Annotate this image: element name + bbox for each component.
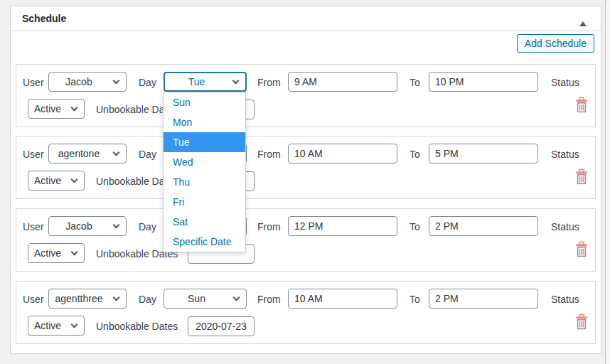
trash-icon bbox=[574, 314, 589, 330]
to-label: To bbox=[410, 144, 420, 164]
trash-icon bbox=[574, 97, 589, 113]
delete-schedule-button[interactable] bbox=[573, 241, 590, 259]
from-label: From bbox=[257, 73, 281, 92]
day-select[interactable]: Sun bbox=[164, 289, 247, 309]
schedule-row: User agentthree Day Sun From To Status A… bbox=[16, 281, 596, 344]
day-label: Day bbox=[139, 217, 156, 237]
schedule-row: User Jacob Day Tue From To Status Active… bbox=[16, 64, 596, 127]
status-select[interactable]: Active bbox=[28, 171, 85, 191]
user-select[interactable]: Jacob bbox=[48, 72, 127, 92]
to-label: To bbox=[410, 289, 420, 309]
day-option-wed[interactable]: Wed bbox=[164, 152, 245, 172]
to-time-input[interactable] bbox=[429, 72, 538, 92]
day-label: Day bbox=[139, 289, 156, 309]
user-label: User bbox=[23, 73, 44, 92]
status-select[interactable]: Active bbox=[28, 316, 85, 336]
day-option-tue[interactable]: Tue bbox=[164, 132, 245, 152]
from-label: From bbox=[257, 217, 281, 237]
day-label: Day bbox=[139, 144, 156, 164]
screen-edge-gutter bbox=[606, 0, 610, 364]
delete-schedule-button[interactable] bbox=[573, 168, 590, 187]
status-label: Status bbox=[551, 217, 579, 237]
day-option-fri[interactable]: Fri bbox=[164, 192, 245, 212]
schedule-panel: Schedule Add Schedule User Jacob Day Tue… bbox=[10, 6, 601, 354]
add-schedule-button[interactable]: Add Schedule bbox=[517, 34, 594, 53]
trash-icon bbox=[574, 168, 589, 185]
delete-schedule-button[interactable] bbox=[573, 314, 590, 332]
panel-title: Schedule bbox=[22, 6, 66, 31]
from-time-input[interactable] bbox=[288, 289, 397, 309]
day-select[interactable]: Tue bbox=[164, 72, 247, 92]
day-option-sat[interactable]: Sat bbox=[164, 212, 245, 232]
to-time-input[interactable] bbox=[429, 216, 538, 236]
collapse-panel-button[interactable] bbox=[573, 6, 593, 31]
from-label: From bbox=[257, 144, 281, 164]
user-label: User bbox=[23, 289, 44, 309]
status-label: Status bbox=[551, 73, 579, 92]
trash-icon bbox=[574, 241, 589, 257]
chevron-up-icon bbox=[579, 21, 587, 26]
user-select[interactable]: agentthree bbox=[48, 289, 127, 309]
status-label: Status bbox=[551, 289, 579, 309]
day-label: Day bbox=[139, 73, 156, 92]
to-label: To bbox=[410, 217, 420, 237]
schedule-row: User Jacob Day From To Status Active Unb… bbox=[16, 208, 596, 272]
unbookable-date-input[interactable] bbox=[188, 316, 255, 336]
schedule-row: User agentone Day From To Status Active … bbox=[16, 136, 596, 199]
to-label: To bbox=[410, 73, 420, 92]
from-label: From bbox=[257, 289, 281, 309]
day-option-thu[interactable]: Thu bbox=[164, 172, 245, 192]
panel-header: Schedule bbox=[11, 6, 601, 31]
delete-schedule-button[interactable] bbox=[573, 97, 590, 115]
to-time-input[interactable] bbox=[429, 289, 538, 309]
status-label: Status bbox=[551, 144, 579, 164]
to-time-input[interactable] bbox=[429, 144, 538, 164]
user-label: User bbox=[23, 144, 44, 164]
user-select[interactable]: agentone bbox=[48, 144, 127, 164]
day-option-specific-date[interactable]: Specific Date bbox=[164, 232, 245, 252]
from-time-input[interactable] bbox=[288, 144, 397, 164]
from-time-input[interactable] bbox=[288, 72, 397, 92]
day-option-mon[interactable]: Mon bbox=[164, 112, 245, 132]
unbookable-dates-label: Unbookable Dates bbox=[96, 316, 178, 336]
status-select[interactable]: Active bbox=[28, 243, 85, 263]
user-select[interactable]: Jacob bbox=[48, 216, 127, 236]
from-time-input[interactable] bbox=[288, 216, 397, 236]
user-label: User bbox=[23, 217, 44, 237]
day-option-sun[interactable]: Sun bbox=[164, 92, 245, 112]
day-dropdown-menu: Sun Mon Tue Wed Thu Fri Sat Specific Dat… bbox=[163, 92, 246, 252]
status-select[interactable]: Active bbox=[28, 99, 85, 119]
